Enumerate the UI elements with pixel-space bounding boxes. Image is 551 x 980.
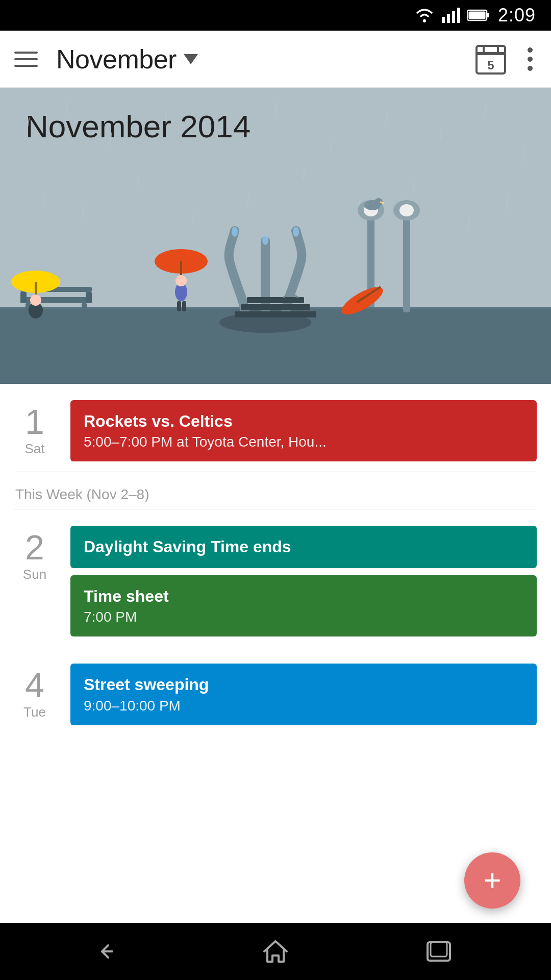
svg-point-26 bbox=[232, 227, 238, 237]
svg-point-0 bbox=[423, 19, 426, 22]
event-street-sweeping[interactable]: Street sweeping 9:00–10:00 PM bbox=[70, 664, 537, 725]
home-icon bbox=[262, 939, 289, 964]
today-calendar-button[interactable]: 5 bbox=[472, 41, 509, 78]
svg-point-28 bbox=[293, 227, 299, 237]
svg-rect-1 bbox=[442, 17, 445, 23]
day-name-2: Sun bbox=[14, 567, 55, 582]
battery-icon bbox=[467, 9, 490, 22]
app-bar: November 5 bbox=[0, 31, 551, 88]
svg-rect-4 bbox=[457, 8, 460, 23]
status-bar: 2:09 bbox=[0, 0, 551, 31]
event-subtitle-street: 9:00–10:00 PM bbox=[84, 698, 523, 714]
wifi-icon bbox=[414, 8, 435, 23]
day-number-4: 4 bbox=[14, 668, 55, 702]
month-title-area[interactable]: November bbox=[56, 44, 472, 75]
event-title-street: Street sweeping bbox=[84, 675, 523, 694]
day-name-4: Tue bbox=[14, 704, 55, 720]
event-title-daylight: Daylight Saving Time ends bbox=[84, 537, 523, 556]
hamburger-menu-button[interactable] bbox=[14, 46, 40, 72]
app-bar-actions: 5 bbox=[472, 41, 537, 78]
day-name-1: Sat bbox=[14, 441, 55, 457]
back-arrow-icon bbox=[99, 940, 126, 963]
recents-icon bbox=[425, 940, 452, 963]
svg-point-34 bbox=[399, 204, 414, 216]
events-col-2: Daylight Saving Time ends Time sheet 7:0… bbox=[70, 526, 537, 636]
svg-rect-17 bbox=[82, 303, 87, 317]
svg-rect-19 bbox=[86, 292, 92, 303]
day-number-2: 2 bbox=[14, 530, 55, 565]
svg-rect-29 bbox=[235, 311, 316, 317]
svg-rect-32 bbox=[403, 210, 410, 312]
add-event-fab[interactable]: + bbox=[464, 852, 520, 909]
svg-rect-7 bbox=[468, 12, 485, 19]
events-content: 1 Sat Rockets vs. Celtics 5:00–7:00 PM a… bbox=[0, 384, 551, 858]
svg-point-22 bbox=[176, 275, 187, 286]
day-col-2: 2 Sun bbox=[14, 526, 55, 636]
events-col-4: Street sweeping 9:00–10:00 PM bbox=[70, 664, 537, 725]
more-options-button[interactable] bbox=[523, 43, 537, 75]
week-header: This Week (Nov 2–8) bbox=[0, 472, 551, 509]
event-subtitle-rockets: 5:00–7:00 PM at Toyota Center, Hou... bbox=[84, 434, 523, 450]
event-daylight-saving[interactable]: Daylight Saving Time ends bbox=[70, 526, 537, 568]
day-section-1: 1 Sat Rockets vs. Celtics 5:00–7:00 PM a… bbox=[0, 384, 551, 472]
month-dropdown-arrow bbox=[184, 54, 198, 64]
event-title-rockets: Rockets vs. Celtics bbox=[84, 411, 523, 431]
day-col-1: 1 Sat bbox=[14, 400, 55, 461]
day-col-4: 4 Tue bbox=[14, 664, 55, 725]
day-section-2: 2 Sun Daylight Saving Time ends Time she… bbox=[0, 509, 551, 647]
back-button[interactable] bbox=[91, 932, 134, 971]
hero-banner: November 2014 bbox=[0, 88, 551, 384]
svg-rect-2 bbox=[447, 14, 450, 23]
home-button[interactable] bbox=[254, 931, 297, 972]
fab-plus-icon: + bbox=[483, 865, 501, 896]
svg-rect-23 bbox=[177, 301, 181, 311]
bottom-navigation bbox=[0, 923, 551, 980]
svg-rect-24 bbox=[182, 301, 186, 311]
recents-button[interactable] bbox=[417, 932, 460, 971]
svg-rect-31 bbox=[247, 297, 304, 303]
svg-rect-9 bbox=[477, 52, 505, 55]
status-time: 2:09 bbox=[498, 5, 536, 26]
event-rockets-celtics[interactable]: Rockets vs. Celtics 5:00–7:00 PM at Toyo… bbox=[70, 400, 537, 461]
event-timesheet[interactable]: Time sheet 7:00 PM bbox=[70, 575, 537, 636]
svg-point-42 bbox=[30, 295, 41, 306]
svg-rect-6 bbox=[487, 13, 489, 17]
event-subtitle-timesheet: 7:00 PM bbox=[84, 609, 523, 625]
status-icons bbox=[414, 8, 490, 23]
svg-rect-3 bbox=[452, 11, 455, 23]
svg-rect-46 bbox=[431, 942, 447, 957]
events-col-1: Rockets vs. Celtics 5:00–7:00 PM at Toyo… bbox=[70, 400, 537, 461]
month-title: November bbox=[56, 44, 177, 75]
signal-icon bbox=[442, 8, 460, 23]
event-title-timesheet: Time sheet bbox=[84, 586, 523, 606]
scene-illustration bbox=[0, 180, 551, 384]
day-section-4: 4 Tue Street sweeping 9:00–10:00 PM bbox=[0, 647, 551, 735]
svg-rect-30 bbox=[241, 304, 310, 310]
calendar-day-number: 5 bbox=[487, 58, 494, 72]
svg-point-27 bbox=[262, 235, 268, 245]
svg-rect-18 bbox=[20, 292, 27, 303]
day-number-1: 1 bbox=[14, 404, 55, 439]
